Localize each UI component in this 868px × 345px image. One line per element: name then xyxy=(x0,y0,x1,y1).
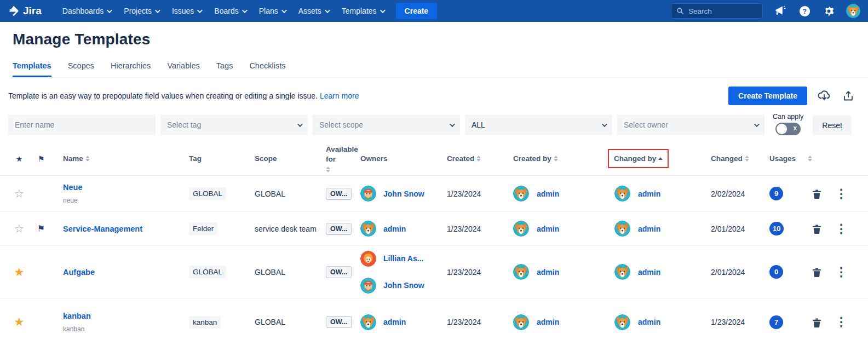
scope-value: service desk team xyxy=(255,225,326,233)
header-available-for[interactable]: Available for xyxy=(326,145,359,173)
star-toggle[interactable]: ☆ xyxy=(8,222,30,235)
owner-avatar xyxy=(360,251,376,267)
toggle-knob xyxy=(777,124,787,134)
changed-by-link[interactable]: admin xyxy=(638,268,660,277)
name-filter-input[interactable] xyxy=(15,120,149,129)
more-actions-kebab-icon[interactable]: ⋮ xyxy=(835,226,847,232)
search-input[interactable] xyxy=(688,7,754,15)
created-by-link[interactable]: admin xyxy=(537,268,559,277)
owner-link[interactable]: John Snow xyxy=(383,189,424,198)
header-created[interactable]: Created xyxy=(438,154,507,163)
owner-link[interactable]: John Snow xyxy=(383,281,424,290)
filter-bar: Select tag Select scope ALL Select owner… xyxy=(0,111,868,142)
changed-by-avatar xyxy=(614,221,630,237)
help-icon[interactable]: ? xyxy=(798,4,811,18)
changed-by-link[interactable]: admin xyxy=(638,189,660,198)
template-name-link[interactable]: kanban xyxy=(63,312,91,320)
delete-trash-icon[interactable] xyxy=(810,222,823,235)
announcements-icon[interactable] xyxy=(774,4,787,18)
header-name[interactable]: Name xyxy=(52,154,189,163)
create-template-button[interactable]: Create Template xyxy=(728,87,807,105)
more-actions-kebab-icon[interactable]: ⋮ xyxy=(835,269,847,275)
type-filter-select[interactable]: ALL xyxy=(465,114,612,135)
header-tag[interactable]: Tag xyxy=(189,154,255,163)
search-icon xyxy=(676,7,684,15)
star-toggle[interactable]: ☆ xyxy=(8,187,30,200)
available-for-badge[interactable]: OW... xyxy=(326,266,352,278)
created-date: 1/23/2024 xyxy=(438,189,507,198)
reset-button[interactable]: Reset xyxy=(813,116,852,135)
header-created-by[interactable]: Created by xyxy=(507,154,608,163)
tab-variables[interactable]: Variables xyxy=(167,61,199,77)
toggle-off-icon: x xyxy=(793,124,797,132)
template-name-link[interactable]: Service-Management xyxy=(63,225,142,233)
tab-tags[interactable]: Tags xyxy=(216,61,233,77)
header-scope[interactable]: Scope xyxy=(255,154,326,163)
learn-more-link[interactable]: Learn more xyxy=(320,91,359,100)
delete-trash-icon[interactable] xyxy=(810,187,823,200)
jira-logo[interactable]: Jira xyxy=(8,5,42,17)
created-by-link[interactable]: admin xyxy=(537,318,559,326)
nav-projects[interactable]: Projects xyxy=(118,3,164,19)
flag-column-header-icon[interactable]: ⚑ xyxy=(30,154,52,163)
owner-link[interactable]: Lillian As... xyxy=(383,254,423,263)
scope-value: GLOBAL xyxy=(255,318,326,326)
tab-checklists[interactable]: Checklists xyxy=(249,61,285,77)
star-toggle[interactable]: ★ xyxy=(8,266,30,279)
scope-filter-select[interactable]: Select scope xyxy=(313,114,460,135)
changed-by-link[interactable]: admin xyxy=(638,225,660,233)
name-filter[interactable] xyxy=(8,114,156,135)
owner-avatar xyxy=(360,314,376,330)
tab-bar: Templates Scopes Hierarchies Variables T… xyxy=(13,61,868,78)
created-by-link[interactable]: admin xyxy=(537,189,559,198)
created-by-link[interactable]: admin xyxy=(537,225,559,233)
nav-boards[interactable]: Boards xyxy=(209,3,251,19)
flag-icon[interactable]: ⚑ xyxy=(30,223,52,234)
brand-name: Jira xyxy=(23,5,42,17)
header-changed-by[interactable]: Changed by xyxy=(608,149,706,168)
nav-dashboards[interactable]: Dashboards xyxy=(57,3,117,19)
table-row: ☆ ⚑ Service-Management Felder service de… xyxy=(0,212,868,246)
nav-templates[interactable]: Templates xyxy=(336,3,389,19)
available-for-badge[interactable]: OW... xyxy=(326,188,352,200)
tab-templates[interactable]: Templates xyxy=(13,61,51,77)
changed-by-link[interactable]: admin xyxy=(638,318,660,326)
more-actions-kebab-icon[interactable]: ⋮ xyxy=(835,319,847,325)
owner-link[interactable]: admin xyxy=(383,318,406,326)
chevron-down-icon xyxy=(197,8,203,13)
export-share-icon[interactable] xyxy=(841,89,855,103)
jira-logo-icon xyxy=(8,5,20,17)
header-owners[interactable]: Owners xyxy=(359,154,438,163)
import-download-icon[interactable] xyxy=(817,89,831,103)
star-column-header-icon[interactable]: ★ xyxy=(8,154,30,163)
profile-avatar[interactable] xyxy=(846,4,860,18)
template-name-link[interactable]: Neue xyxy=(63,183,82,192)
template-name-link[interactable]: Aufgabe xyxy=(63,268,95,277)
tab-scopes[interactable]: Scopes xyxy=(68,61,94,77)
available-for-badge[interactable]: OW... xyxy=(326,316,352,328)
owner-link[interactable]: admin xyxy=(383,225,406,233)
can-apply-toggle[interactable]: x xyxy=(775,123,801,135)
nav-issues[interactable]: Issues xyxy=(166,3,206,19)
search-box[interactable] xyxy=(671,3,763,19)
tag-badge: Felder xyxy=(189,222,217,235)
owner-avatar xyxy=(360,186,376,202)
nav-plans[interactable]: Plans xyxy=(254,3,291,19)
available-for-badge[interactable]: OW... xyxy=(326,223,352,235)
delete-trash-icon[interactable] xyxy=(810,266,823,278)
more-actions-kebab-icon[interactable]: ⋮ xyxy=(835,191,847,197)
owner-filter-select[interactable]: Select owner xyxy=(617,114,764,135)
tag-filter-select[interactable]: Select tag xyxy=(160,114,308,135)
changed-by-avatar xyxy=(614,186,630,202)
delete-trash-icon[interactable] xyxy=(810,316,823,329)
settings-gear-icon[interactable] xyxy=(822,4,835,18)
create-button[interactable]: Create xyxy=(396,3,438,19)
created-by-avatar xyxy=(513,264,529,280)
star-toggle[interactable]: ★ xyxy=(8,315,30,329)
tab-hierarchies[interactable]: Hierarchies xyxy=(111,61,151,77)
header-changed[interactable]: Changed xyxy=(706,154,764,163)
template-subtitle: neue xyxy=(63,197,78,204)
header-usages[interactable]: Usages xyxy=(764,154,810,163)
nav-assets[interactable]: Assets xyxy=(293,3,334,19)
tag-badge: GLOBAL xyxy=(189,266,226,278)
